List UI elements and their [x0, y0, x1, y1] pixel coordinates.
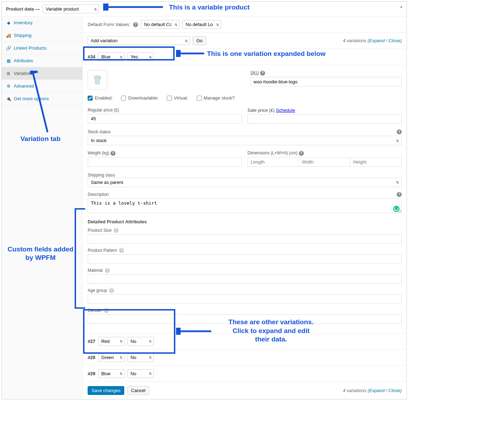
default-color-select[interactable]: No default Color…: [141, 20, 180, 29]
cancel-button[interactable]: Cancel: [127, 386, 149, 395]
sidebar-item-shipping[interactable]: 🚚 Shipping: [2, 29, 82, 42]
sidebar-label: Shipping: [14, 33, 32, 38]
expand-link[interactable]: Expand: [369, 38, 384, 43]
add-variation-select[interactable]: Add variation: [88, 36, 190, 45]
default-logo-select[interactable]: No default Logo…: [182, 20, 221, 29]
variation-id: #34: [88, 54, 95, 59]
variation-id: #29: [88, 371, 95, 376]
dpa-gender-input[interactable]: [88, 314, 402, 324]
dpa-material-input[interactable]: [88, 274, 402, 284]
manage-stock-checkbox[interactable]: Manage stock?: [197, 95, 235, 101]
shipping-class-label: Shipping class: [88, 173, 115, 178]
variations-toolbar: Add variation ⇅ Go 4 variations (Expand …: [83, 33, 407, 49]
dpa-gender-label: Gender: [88, 308, 102, 313]
grammarly-icon: [393, 206, 400, 212]
expand-link[interactable]: Expand: [369, 388, 384, 393]
close-link[interactable]: Close: [388, 388, 400, 393]
gear-icon: ⚙: [6, 84, 11, 89]
help-icon[interactable]: ?: [397, 129, 402, 134]
length-input[interactable]: [247, 157, 299, 167]
sidebar-item-variations[interactable]: ⊞ Variations: [2, 67, 82, 80]
height-input[interactable]: [350, 157, 402, 167]
variation-image[interactable]: [88, 70, 107, 90]
dpa-size-label: Product Size: [88, 228, 112, 233]
help-icon[interactable]: ?: [260, 71, 265, 76]
dpa-age-label: Age group: [88, 288, 107, 293]
variations-icon: ⊞: [6, 71, 11, 76]
sidebar-item-advanced[interactable]: ⚙ Advanced: [2, 80, 82, 92]
variation-row[interactable]: #29 Blue⇅ No⇅: [83, 365, 407, 382]
dpa-pattern-label: Product Pattern: [88, 248, 117, 253]
close-link[interactable]: Close: [388, 38, 400, 43]
panel-title: Product data —: [6, 6, 40, 12]
help-icon[interactable]: ?: [299, 151, 304, 156]
schedule-link[interactable]: Schedule: [276, 108, 295, 113]
sidebar-item-attributes[interactable]: ▦ Attributes: [2, 55, 82, 67]
go-button[interactable]: Go: [193, 36, 206, 45]
weight-input[interactable]: [88, 157, 242, 167]
virtual-checkbox[interactable]: Virtual:: [167, 95, 188, 101]
variation-attr1-select[interactable]: Blue: [98, 369, 125, 378]
shipping-class-select[interactable]: Same as parent: [88, 178, 402, 187]
sidebar-label: Inventory: [14, 20, 32, 25]
variation-row[interactable]: #28 Green⇅ No⇅: [83, 349, 407, 365]
help-icon[interactable]: ?: [105, 268, 110, 273]
dpa-material-label: Material: [88, 268, 103, 273]
variation-attr2-select[interactable]: No: [127, 369, 154, 378]
sidebar: ◆ Inventory 🚚 Shipping 🔗 Linked Products…: [2, 17, 83, 399]
regular-price-input[interactable]: [88, 114, 242, 123]
help-icon[interactable]: ?: [109, 288, 114, 293]
defaults-label: Default Form Values:: [88, 22, 130, 27]
dpa-pattern-input[interactable]: [88, 254, 402, 264]
footer: Save changes Cancel 4 variations (Expand…: [83, 382, 407, 399]
variation-attr2-select[interactable]: No: [127, 337, 154, 346]
save-button[interactable]: Save changes: [88, 386, 124, 395]
variation-id: #27: [88, 339, 95, 344]
sale-price-input[interactable]: [247, 114, 402, 124]
collapse-icon[interactable]: ▲: [400, 5, 403, 8]
variation-attr2-select[interactable]: No: [127, 353, 154, 362]
variation-header[interactable]: #34 Blue ⇅ Yes ⇅: [83, 49, 407, 65]
variations-meta: 4 variations (Expand / Close): [343, 388, 402, 393]
inventory-icon: ◆: [6, 20, 11, 25]
sidebar-item-more[interactable]: 🔌 Get more options: [2, 92, 82, 105]
product-type-select[interactable]: Variable product: [43, 5, 99, 13]
dimensions-label: Dimensions (L×W×H) (cm): [247, 151, 297, 155]
regular-price-label: Regular price (£): [88, 108, 242, 113]
link-icon: 🔗: [6, 46, 11, 51]
help-icon[interactable]: ?: [111, 151, 115, 156]
sku-input[interactable]: [250, 77, 402, 87]
enabled-checkbox[interactable]: Enabled:: [88, 95, 113, 101]
sale-price-label: Sale price (£): [247, 108, 275, 113]
variation-row[interactable]: #27 Red⇅ No⇅: [83, 333, 407, 349]
variation-attr1-select[interactable]: Green: [98, 353, 125, 362]
sidebar-label: Linked Products: [14, 45, 46, 51]
help-icon[interactable]: ?: [114, 228, 119, 233]
help-icon[interactable]: ?: [104, 308, 109, 313]
variation-id: #28: [88, 355, 95, 360]
variation-attr1-select[interactable]: Red: [98, 337, 125, 346]
help-icon[interactable]: ?: [397, 192, 402, 197]
description-label: Description: [88, 192, 109, 197]
sidebar-item-linked[interactable]: 🔗 Linked Products: [2, 42, 82, 55]
sidebar-item-inventory[interactable]: ◆ Inventory: [2, 17, 82, 29]
sidebar-label: Advanced: [14, 83, 34, 89]
help-icon[interactable]: ?: [119, 248, 124, 253]
stock-status-label: Stock status: [88, 129, 111, 134]
stock-status-select[interactable]: In stock: [88, 136, 402, 145]
sidebar-label: Attributes: [14, 58, 33, 63]
panel-header: Product data — Variable product ⇅ ▲: [2, 2, 407, 17]
help-icon[interactable]: ?: [133, 22, 138, 27]
variation-body: SKU ? Enabled: Downloadable: Virtual: Ma…: [83, 65, 407, 333]
dpa-age-input[interactable]: [88, 294, 402, 304]
variation-attr1-select[interactable]: Blue: [98, 52, 125, 61]
dpa-size-input[interactable]: [88, 234, 402, 244]
shipping-icon: 🚚: [6, 33, 11, 38]
svg-point-0: [97, 77, 98, 78]
variation-attr2-select[interactable]: Yes: [127, 52, 154, 61]
attributes-icon: ▦: [6, 58, 11, 63]
description-textarea[interactable]: This is a lovely t-shirt: [88, 198, 402, 213]
downloadable-checkbox[interactable]: Downloadable:: [121, 95, 158, 101]
sidebar-label: Variations: [14, 71, 34, 76]
width-input[interactable]: [299, 157, 350, 167]
